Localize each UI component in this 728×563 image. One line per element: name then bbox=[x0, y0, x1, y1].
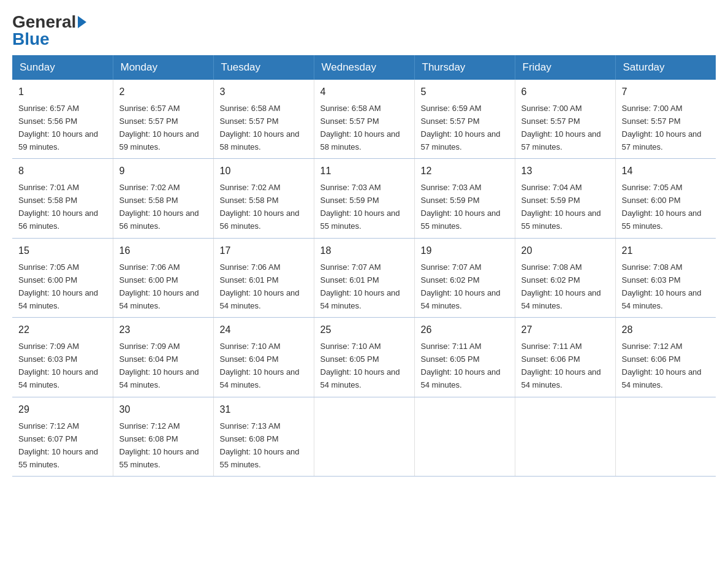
day-number: 3 bbox=[220, 85, 308, 100]
logo: General Blue bbox=[12, 12, 88, 49]
calendar-cell: 1 Sunrise: 6:57 AMSunset: 5:56 PMDayligh… bbox=[12, 80, 113, 159]
day-info: Sunrise: 6:59 AMSunset: 5:57 PMDaylight:… bbox=[421, 104, 501, 151]
day-info: Sunrise: 7:03 AMSunset: 5:59 PMDaylight:… bbox=[421, 183, 501, 231]
calendar-cell: 24 Sunrise: 7:10 AMSunset: 6:04 PMDaylig… bbox=[213, 318, 314, 397]
calendar-cell: 29 Sunrise: 7:12 AMSunset: 6:07 PMDaylig… bbox=[12, 397, 113, 476]
day-info: Sunrise: 7:02 AMSunset: 5:58 PMDaylight:… bbox=[119, 183, 199, 231]
logo-blue: Blue bbox=[12, 29, 50, 49]
calendar-cell: 27 Sunrise: 7:11 AMSunset: 6:06 PMDaylig… bbox=[515, 318, 615, 397]
calendar-cell: 13 Sunrise: 7:04 AMSunset: 5:59 PMDaylig… bbox=[515, 159, 615, 238]
day-info: Sunrise: 7:06 AMSunset: 6:00 PMDaylight:… bbox=[119, 262, 199, 310]
calendar-cell bbox=[615, 397, 716, 476]
day-number: 15 bbox=[18, 243, 107, 259]
day-number: 22 bbox=[18, 323, 107, 338]
calendar-cell: 30 Sunrise: 7:12 AMSunset: 6:08 PMDaylig… bbox=[113, 397, 213, 476]
calendar-cell bbox=[515, 397, 615, 476]
calendar-cell: 3 Sunrise: 6:58 AMSunset: 5:57 PMDayligh… bbox=[213, 80, 314, 159]
calendar-cell bbox=[414, 397, 515, 476]
header-sunday: Sunday bbox=[12, 55, 113, 80]
day-number: 6 bbox=[521, 85, 609, 100]
day-info: Sunrise: 7:05 AMSunset: 6:00 PMDaylight:… bbox=[622, 183, 702, 231]
calendar-cell bbox=[314, 397, 414, 476]
day-number: 26 bbox=[421, 323, 509, 338]
day-number: 13 bbox=[521, 164, 609, 179]
page-header: General Blue bbox=[12, 12, 716, 49]
day-number: 23 bbox=[119, 323, 207, 338]
day-number: 11 bbox=[320, 164, 408, 179]
day-number: 18 bbox=[320, 243, 408, 259]
logo-arrow-icon bbox=[78, 16, 86, 28]
day-info: Sunrise: 7:03 AMSunset: 5:59 PMDaylight:… bbox=[320, 183, 400, 231]
calendar-cell: 19 Sunrise: 7:07 AMSunset: 6:02 PMDaylig… bbox=[414, 238, 515, 317]
day-number: 25 bbox=[320, 323, 408, 338]
day-info: Sunrise: 7:04 AMSunset: 5:59 PMDaylight:… bbox=[521, 183, 601, 231]
day-info: Sunrise: 6:58 AMSunset: 5:57 PMDaylight:… bbox=[220, 104, 300, 151]
calendar-cell: 26 Sunrise: 7:11 AMSunset: 6:05 PMDaylig… bbox=[414, 318, 515, 397]
day-info: Sunrise: 7:12 AMSunset: 6:07 PMDaylight:… bbox=[18, 421, 98, 469]
day-number: 8 bbox=[18, 164, 107, 179]
day-info: Sunrise: 7:05 AMSunset: 6:00 PMDaylight:… bbox=[18, 262, 98, 310]
day-number: 21 bbox=[622, 243, 710, 259]
calendar-cell: 12 Sunrise: 7:03 AMSunset: 5:59 PMDaylig… bbox=[414, 159, 515, 238]
calendar-cell: 31 Sunrise: 7:13 AMSunset: 6:08 PMDaylig… bbox=[213, 397, 314, 476]
day-info: Sunrise: 7:07 AMSunset: 6:01 PMDaylight:… bbox=[320, 262, 400, 310]
day-number: 14 bbox=[622, 164, 710, 179]
day-info: Sunrise: 7:09 AMSunset: 6:04 PMDaylight:… bbox=[119, 342, 199, 389]
calendar-cell: 14 Sunrise: 7:05 AMSunset: 6:00 PMDaylig… bbox=[615, 159, 716, 238]
day-number: 4 bbox=[320, 85, 408, 100]
day-number: 12 bbox=[421, 164, 509, 179]
day-info: Sunrise: 7:13 AMSunset: 6:08 PMDaylight:… bbox=[220, 421, 300, 469]
week-row-5: 29 Sunrise: 7:12 AMSunset: 6:07 PMDaylig… bbox=[12, 397, 716, 476]
day-info: Sunrise: 7:08 AMSunset: 6:02 PMDaylight:… bbox=[521, 262, 601, 310]
day-number: 7 bbox=[622, 85, 710, 100]
day-info: Sunrise: 7:12 AMSunset: 6:08 PMDaylight:… bbox=[119, 421, 199, 469]
calendar-header-row: SundayMondayTuesdayWednesdayThursdayFrid… bbox=[12, 55, 716, 80]
calendar-cell: 11 Sunrise: 7:03 AMSunset: 5:59 PMDaylig… bbox=[314, 159, 414, 238]
calendar-cell: 16 Sunrise: 7:06 AMSunset: 6:00 PMDaylig… bbox=[113, 238, 213, 317]
day-info: Sunrise: 7:06 AMSunset: 6:01 PMDaylight:… bbox=[220, 262, 300, 310]
day-number: 1 bbox=[18, 85, 107, 100]
day-number: 28 bbox=[622, 323, 710, 338]
calendar-cell: 20 Sunrise: 7:08 AMSunset: 6:02 PMDaylig… bbox=[515, 238, 615, 317]
calendar-cell: 10 Sunrise: 7:02 AMSunset: 5:58 PMDaylig… bbox=[213, 159, 314, 238]
day-info: Sunrise: 7:10 AMSunset: 6:04 PMDaylight:… bbox=[220, 342, 300, 389]
day-number: 2 bbox=[119, 85, 207, 100]
header-wednesday: Wednesday bbox=[314, 55, 414, 80]
calendar-cell: 15 Sunrise: 7:05 AMSunset: 6:00 PMDaylig… bbox=[12, 238, 113, 317]
week-row-3: 15 Sunrise: 7:05 AMSunset: 6:00 PMDaylig… bbox=[12, 238, 716, 317]
calendar-cell: 4 Sunrise: 6:58 AMSunset: 5:57 PMDayligh… bbox=[314, 80, 414, 159]
day-info: Sunrise: 6:57 AMSunset: 5:56 PMDaylight:… bbox=[18, 104, 98, 151]
week-row-4: 22 Sunrise: 7:09 AMSunset: 6:03 PMDaylig… bbox=[12, 318, 716, 397]
day-info: Sunrise: 6:58 AMSunset: 5:57 PMDaylight:… bbox=[320, 104, 400, 151]
day-info: Sunrise: 7:08 AMSunset: 6:03 PMDaylight:… bbox=[622, 262, 702, 310]
day-number: 19 bbox=[421, 243, 509, 259]
day-info: Sunrise: 7:07 AMSunset: 6:02 PMDaylight:… bbox=[421, 262, 501, 310]
calendar-cell: 21 Sunrise: 7:08 AMSunset: 6:03 PMDaylig… bbox=[615, 238, 716, 317]
calendar-cell: 18 Sunrise: 7:07 AMSunset: 6:01 PMDaylig… bbox=[314, 238, 414, 317]
week-row-1: 1 Sunrise: 6:57 AMSunset: 5:56 PMDayligh… bbox=[12, 80, 716, 159]
day-info: Sunrise: 7:00 AMSunset: 5:57 PMDaylight:… bbox=[521, 104, 601, 151]
calendar-cell: 6 Sunrise: 7:00 AMSunset: 5:57 PMDayligh… bbox=[515, 80, 615, 159]
header-saturday: Saturday bbox=[615, 55, 716, 80]
header-monday: Monday bbox=[113, 55, 213, 80]
day-number: 30 bbox=[119, 402, 207, 418]
calendar-cell: 8 Sunrise: 7:01 AMSunset: 5:58 PMDayligh… bbox=[12, 159, 113, 238]
day-number: 27 bbox=[521, 323, 609, 338]
calendar-cell: 28 Sunrise: 7:12 AMSunset: 6:06 PMDaylig… bbox=[615, 318, 716, 397]
day-number: 24 bbox=[220, 323, 308, 338]
day-info: Sunrise: 7:09 AMSunset: 6:03 PMDaylight:… bbox=[18, 342, 98, 389]
header-tuesday: Tuesday bbox=[213, 55, 314, 80]
calendar-cell: 5 Sunrise: 6:59 AMSunset: 5:57 PMDayligh… bbox=[414, 80, 515, 159]
calendar-cell: 7 Sunrise: 7:00 AMSunset: 5:57 PMDayligh… bbox=[615, 80, 716, 159]
calendar-cell: 2 Sunrise: 6:57 AMSunset: 5:57 PMDayligh… bbox=[113, 80, 213, 159]
day-info: Sunrise: 7:10 AMSunset: 6:05 PMDaylight:… bbox=[320, 342, 400, 389]
calendar-cell: 9 Sunrise: 7:02 AMSunset: 5:58 PMDayligh… bbox=[113, 159, 213, 238]
week-row-2: 8 Sunrise: 7:01 AMSunset: 5:58 PMDayligh… bbox=[12, 159, 716, 238]
day-number: 17 bbox=[220, 243, 308, 259]
calendar-cell: 23 Sunrise: 7:09 AMSunset: 6:04 PMDaylig… bbox=[113, 318, 213, 397]
calendar-cell: 17 Sunrise: 7:06 AMSunset: 6:01 PMDaylig… bbox=[213, 238, 314, 317]
day-number: 10 bbox=[220, 164, 308, 179]
day-number: 16 bbox=[119, 243, 207, 259]
calendar-cell: 25 Sunrise: 7:10 AMSunset: 6:05 PMDaylig… bbox=[314, 318, 414, 397]
day-info: Sunrise: 6:57 AMSunset: 5:57 PMDaylight:… bbox=[119, 104, 199, 151]
